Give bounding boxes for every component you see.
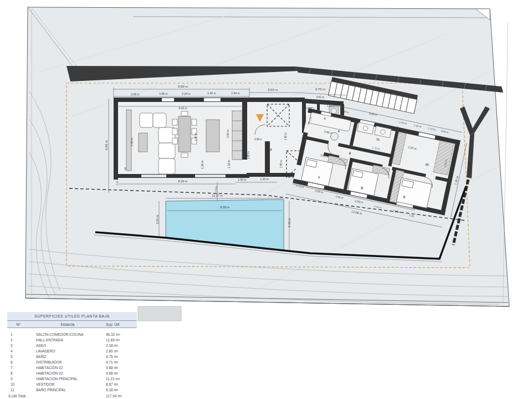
row-area: 9.68 m² [106,366,137,370]
room-number: 10 [425,162,429,166]
row-area: 46.32 m² [106,332,137,336]
row-room: BAÑO [29,355,106,359]
table-row: 3 ASEO 2.18 m² [7,343,137,349]
site-plan-drawing: 0.88 m3.06 m1.01 m1.20 m1.10 m0.90 m2.86… [0,0,532,324]
row-room: HABITACION PRINCIPAL [29,377,106,381]
dimension-label: 1.94 m [231,91,239,95]
dimension-label: 2.45 m [280,160,283,168]
dimension-label: 1.45 m [247,151,250,159]
row-room: ASEO [29,344,106,347]
table-row: 4 LAVADERO 2.80 m² [7,349,137,354]
dimension-label: 6.85 m [105,140,108,150]
dimension-label: 0.40 m [116,178,119,185]
table-total-row: S.Util Total 117.04 m² [7,393,137,399]
dimension-label: 2.24 m [182,92,190,95]
row-number: 6 [7,360,29,364]
row-room: DISTRIBUIDOR [29,360,106,364]
dining-table [178,116,191,152]
total-label: S.Util Total [7,394,27,398]
area-table-body: 1 SALON-COMEDOR-COCINA 46.32 m² 2 HALL E… [7,332,137,393]
table-row: 8 HABITACIÓN 02 9.68 m² [7,371,137,376]
row-area: 4.71 m² [106,360,137,364]
dimension-label: 3.70 m [315,88,325,91]
dimension-label: 3.00 m [156,214,159,224]
dimension-label: 3.65 m [226,129,229,137]
row-area: 8.67 m² [106,382,137,386]
row-area: 9.68 m² [106,371,137,375]
dimension-label: 5.99 m [130,137,134,146]
row-room: LAVADERO [29,349,106,353]
table-row: 10 VESTIDOR 8.67 m² [7,382,137,387]
col-area: Sup. Útil [106,323,137,326]
dimension-label: 2.46 m [284,132,287,140]
row-area: 11.21 m² [106,377,137,381]
row-number: 2 [7,338,29,342]
row-area: 11.89 m² [106,338,137,342]
row-room: HABITACIÓN 02 [29,371,106,375]
dimension-label: 1.20 m [260,177,268,181]
dimension-label: 9.00 m [178,106,187,110]
dimension-label: 8.99 m [221,206,230,209]
table-row: 9 HABITACION PRINCIPAL 11.21 m² [7,376,137,382]
dimension-label: 1.38 m [309,114,312,121]
dimension-label: 0.98 m [254,138,262,141]
dimension-label: 1.50 m [238,178,246,181]
table-row: 5 BAÑO 4.75 m² [7,354,137,360]
dimension-label: 1.72 m [215,186,218,194]
room-number: 3 [308,121,310,125]
dimension-label: 3.06 m [131,93,139,96]
room-number: 4 [324,117,326,120]
dimension-label: 1.56 m [201,160,204,168]
table-row: 7 HABITACIÓN 02 9.68 m² [7,365,137,371]
kitchen-counter [232,111,242,160]
row-number: 7 [7,366,29,370]
dimension-label: 3.60 m [268,88,278,91]
row-number: 9 [7,377,29,381]
total-value: 117.04 m² [106,394,137,398]
table-row: 11 BAÑO PRINCIPAL 5.16 m² [7,387,137,393]
row-number: 3 [7,344,29,347]
col-number: Nº [7,323,29,326]
kitchen-island [206,120,219,152]
row-area: 5.16 m² [106,388,137,392]
area-table: SUPERFICIES UTILES PLANTA BAJA Nº Estanc… [7,312,137,399]
floor-plan-sheet: { "table": { "title": "SUPERFICIES UTILE… [0,0,532,399]
col-room: Estancia [29,323,106,326]
table-title: SUPERFICIES UTILES PLANTA BAJA [7,312,137,321]
table-row: 1 SALON-COMEDOR-COCINA 46.32 m² [7,332,137,337]
dimension-label: 1.18 m [227,160,231,168]
table-header: Nº Estancia Sup. Útil [7,321,137,328]
row-room: HALL ENTRADA [29,338,106,342]
row-number: 10 [7,382,29,386]
dimension-label: 2.40 m [194,132,197,141]
row-area: 2.18 m² [106,344,137,347]
row-number: 1 [7,332,29,336]
dimension-label: 1.40 m [207,91,216,95]
dimension-label: 3.48 m [288,218,291,227]
row-area: 2.80 m² [106,349,137,353]
row-number: 8 [7,371,29,375]
room-number: 11 [376,137,380,141]
table-row: 2 HALL ENTRADA 11.89 m² [7,337,137,343]
dimension-label: 8.29 m [178,180,188,183]
dimension-label: 0.61 m [316,96,324,99]
sheet-fragment [138,306,181,321]
row-room: HABITACIÓN 02 [29,366,106,370]
row-number: 11 [7,388,29,392]
row-number: 4 [7,349,29,353]
row-room: SALON-COMEDOR-COCINA [29,332,106,336]
row-area: 4.75 m² [106,355,137,359]
dimension-label: 9.60 m [178,85,188,88]
dimension-label: 1.80 m [327,105,335,108]
row-room: BAÑO PRINCIPAL [29,388,106,392]
dimension-label: 11.17 m [212,194,223,197]
row-number: 5 [7,355,29,359]
table-row: 6 DISTRIBUIDOR 4.71 m² [7,360,137,365]
dimension-label: 0.96 m [159,92,167,95]
row-room: VESTIDOR [29,382,106,386]
coffee-table [139,133,147,152]
dimension-label: 1.40 m [305,106,313,109]
